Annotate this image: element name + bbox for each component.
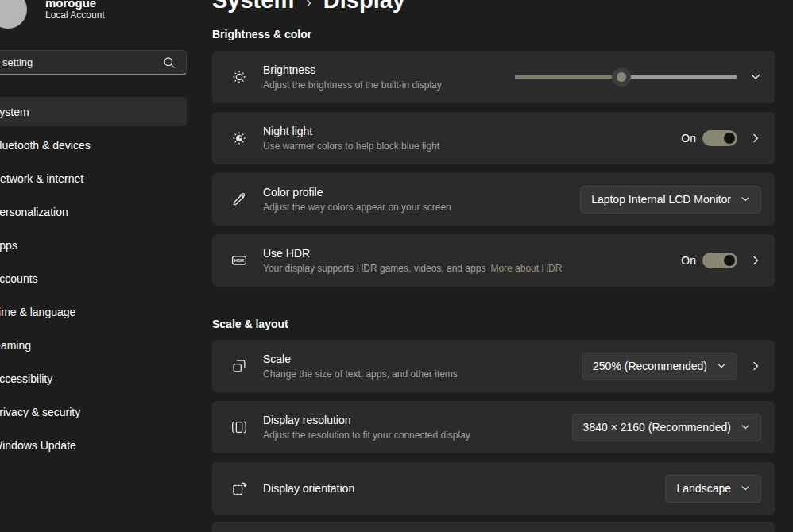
sidebar-item-gaming[interactable]: Gaming [0,337,199,353]
dropdown-value: 250% (Recommended) [593,360,707,372]
brightness-slider-fill [515,75,621,79]
brightness-slider[interactable] [515,67,737,87]
sidebar-item-accessibility[interactable]: Accessibility [0,371,199,387]
chevron-right-icon[interactable] [750,255,761,266]
breadcrumb-separator-icon: › [306,0,311,11]
sidebar-item-system[interactable]: System [0,104,199,120]
use-hdr-toggle[interactable] [702,253,737,268]
avatar [0,0,27,29]
toggle-knob [724,133,735,144]
dropdown-value: 3840 × 2160 (Recommended) [583,421,731,434]
row-title: Use HDR [263,247,562,260]
row-title: Scale [263,353,458,366]
chevron-down-icon [741,484,750,493]
brightness-slider-thumb[interactable] [612,67,631,87]
dropdown-value: Laptop Internal LCD Monitor [591,193,731,206]
scale-dropdown[interactable]: 250% (Recommended) [582,353,737,380]
setting-row-partial[interactable] [212,522,775,532]
chevron-right-icon[interactable] [750,360,761,372]
scale-icon [230,357,248,375]
breadcrumb-parent[interactable]: System [212,0,294,13]
toggle-knob [724,255,735,266]
settings-search-box[interactable] [0,50,187,75]
sidebar-item-windows-update[interactable]: Windows Update [0,438,199,453]
sidebar-item-personalization[interactable]: Personalization [0,204,199,220]
setting-row-display-resolution[interactable]: Display resolution Adjust the resolution… [212,401,775,453]
night-light-toggle[interactable] [702,130,737,146]
setting-row-use-hdr[interactable]: HDR Use HDR Your display supports HDR ga… [212,234,775,287]
breadcrumb: System › Display [212,0,405,16]
page-title: Display [323,0,405,13]
sidebar-item-privacy-security[interactable]: Privacy & security [0,404,199,420]
section-header-brightness-color: Brightness & color [212,28,311,40]
sidebar-item-network-internet[interactable]: Network & internet [0,171,199,187]
account-type: Local Account [45,10,105,21]
toggle-state-label: On [681,132,696,145]
sidebar-item-bluetooth-devices[interactable]: Bluetooth & devices [0,137,199,153]
row-title: Night light [263,125,439,138]
display-orientation-dropdown[interactable]: Landscape [665,475,761,503]
sidebar-item-apps[interactable]: Apps [0,237,199,253]
display-resolution-icon [230,418,248,436]
color-profile-dropdown[interactable]: Laptop Internal LCD Monitor [580,186,761,214]
night-light-icon [230,129,248,147]
setting-row-scale[interactable]: Scale Change the size of text, apps, and… [212,340,775,392]
row-subtitle: Use warmer colors to help block blue lig… [263,141,439,152]
toggle-state-label: On [681,254,696,267]
row-title: Display orientation [263,482,354,495]
hdr-icon: HDR [230,252,248,269]
dropdown-value: Landscape [676,482,731,495]
row-subtitle: Adjust the brightness of the built-in di… [263,79,442,91]
row-subtitle: Your display supports HDR games, videos,… [263,263,485,275]
search-input[interactable] [0,51,162,74]
sidebar-item-accounts[interactable]: Accounts [0,271,199,287]
setting-row-night-light[interactable]: Night light Use warmer colors to help bl… [212,112,775,164]
brightness-icon [230,68,248,86]
row-title: Display resolution [263,414,470,427]
section-header-scale-layout: Scale & layout [212,318,288,330]
color-profile-icon [230,191,248,208]
chevron-down-icon [741,195,750,204]
svg-text:HDR: HDR [234,258,244,263]
setting-row-color-profile[interactable]: Color profile Adjust the way colors appe… [212,173,775,226]
sidebar-item-time-language[interactable]: Time & language [0,304,199,320]
chevron-down-icon [741,422,750,432]
row-title: Color profile [263,186,451,199]
search-icon[interactable] [162,56,176,70]
more-about-hdr-link[interactable]: More about HDR [490,263,562,275]
setting-row-display-orientation[interactable]: Display orientation Landscape [212,462,775,515]
setting-row-brightness[interactable]: Brightness Adjust the brightness of the … [212,51,775,103]
chevron-down-icon[interactable] [750,71,761,83]
row-subtitle: Adjust the way colors appear on your scr… [263,202,451,214]
chevron-right-icon[interactable] [750,133,761,144]
display-resolution-dropdown[interactable]: 3840 × 2160 (Recommended) [572,414,761,441]
display-orientation-icon [230,480,248,497]
row-subtitle: Change the size of text, apps, and other… [263,368,458,380]
row-subtitle: Adjust the resolution to fit your connec… [263,430,470,441]
chevron-down-icon [717,361,726,371]
row-title: Brightness [263,64,442,77]
